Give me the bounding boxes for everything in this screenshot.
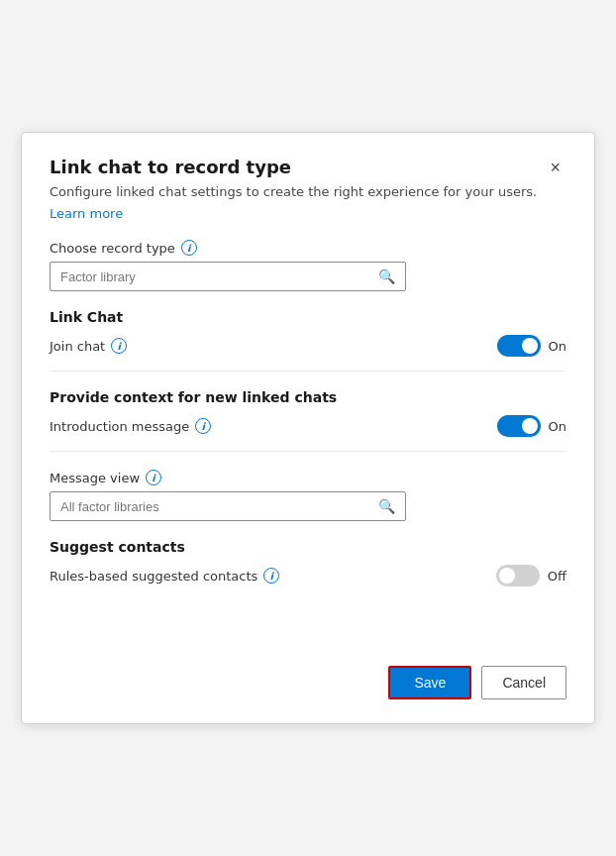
join-chat-info-icon[interactable]: i xyxy=(111,338,127,354)
join-chat-status: On xyxy=(549,339,566,354)
cancel-button[interactable]: Cancel xyxy=(481,666,566,699)
intro-message-info-icon[interactable]: i xyxy=(195,418,211,434)
rules-based-toggle-right: Off xyxy=(496,565,566,587)
message-view-search-icon[interactable]: 🔍 xyxy=(378,498,395,514)
record-type-input[interactable] xyxy=(60,269,372,284)
intro-message-row: Introduction message i On xyxy=(50,415,566,437)
record-type-search-field: 🔍 xyxy=(50,262,406,291)
save-button[interactable]: Save xyxy=(388,666,471,699)
divider-1 xyxy=(50,371,566,372)
learn-more-link[interactable]: Learn more xyxy=(50,206,123,221)
context-section: Provide context for new linked chats Int… xyxy=(50,389,566,437)
link-chat-section-title: Link Chat xyxy=(50,309,566,325)
suggest-contacts-title: Suggest contacts xyxy=(50,539,566,555)
join-chat-row: Join chat i On xyxy=(50,335,566,357)
intro-message-toggle[interactable] xyxy=(497,415,541,437)
link-chat-dialog: Link chat to record type × Configure lin… xyxy=(21,132,595,724)
intro-message-label: Introduction message i xyxy=(50,418,211,434)
close-button[interactable]: × xyxy=(544,157,566,178)
rules-based-row: Rules-based suggested contacts i Off xyxy=(50,565,566,587)
message-view-input[interactable] xyxy=(60,499,372,514)
message-view-info-icon[interactable]: i xyxy=(146,470,161,485)
dialog-title: Link chat to record type xyxy=(50,157,291,177)
join-chat-toggle-right: On xyxy=(497,335,566,357)
message-view-label: Message view i xyxy=(50,470,566,485)
rules-based-toggle[interactable] xyxy=(496,565,540,587)
record-type-section: Choose record type i 🔍 xyxy=(50,240,566,291)
dialog-header: Link chat to record type × xyxy=(50,157,566,178)
message-view-section: Message view i 🔍 xyxy=(50,470,566,521)
suggest-contacts-section: Suggest contacts Rules-based suggested c… xyxy=(50,539,566,587)
intro-message-status: On xyxy=(549,419,566,434)
context-section-title: Provide context for new linked chats xyxy=(50,389,566,405)
link-chat-section: Link Chat Join chat i On xyxy=(50,309,566,357)
join-chat-label: Join chat i xyxy=(50,338,127,354)
dialog-footer: Save Cancel xyxy=(50,666,566,699)
rules-based-label: Rules-based suggested contacts i xyxy=(50,568,279,584)
record-type-label: Choose record type i xyxy=(50,240,566,256)
record-type-info-icon[interactable]: i xyxy=(181,240,197,256)
intro-message-toggle-right: On xyxy=(497,415,566,437)
rules-based-status: Off xyxy=(548,569,566,584)
search-icon[interactable]: 🔍 xyxy=(378,268,395,284)
divider-2 xyxy=(50,451,566,452)
rules-based-info-icon[interactable]: i xyxy=(263,568,279,584)
join-chat-toggle[interactable] xyxy=(497,335,541,357)
dialog-subtitle: Configure linked chat settings to create… xyxy=(50,184,566,199)
message-view-search-field: 🔍 xyxy=(50,491,406,521)
